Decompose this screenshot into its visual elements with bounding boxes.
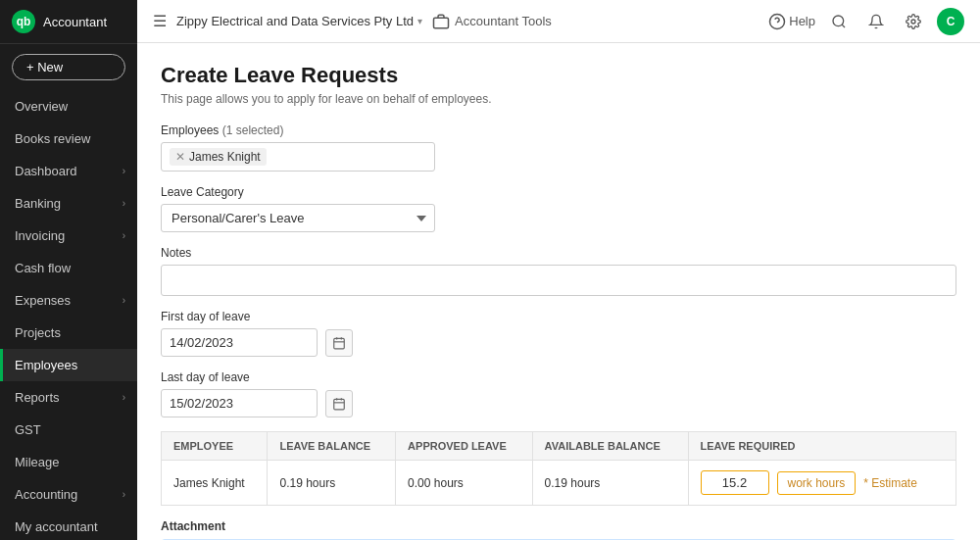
sidebar-item-projects[interactable]: Projects [0, 317, 137, 349]
help-button[interactable]: Help [768, 13, 815, 30]
sidebar-item-label: Employees [15, 358, 77, 372]
col-available-balance: AVAILABLE BALANCE [532, 432, 688, 461]
tag-remove-icon[interactable]: ✕ [175, 150, 185, 164]
sidebar-item-label: Expenses [15, 293, 71, 308]
chevron-right-icon: › [122, 198, 125, 209]
work-hours-button[interactable]: work hours [777, 471, 857, 495]
sidebar-item-label: Books review [15, 131, 90, 146]
employees-field-group: Employees (1 selected) ✕ James Knight [161, 123, 956, 172]
sidebar-item-accounting[interactable]: Accounting › [0, 478, 137, 511]
sidebar-item-my-accountant[interactable]: My accountant [0, 511, 137, 540]
main-area: ☰ Zippy Electrical and Data Services Pty… [137, 0, 980, 540]
cell-employee: James Knight [162, 461, 268, 506]
sidebar-item-label: Invoicing [15, 228, 65, 243]
table-row: James Knight 0.19 hours 0.00 hours 0.19 … [162, 461, 956, 506]
col-approved-leave: APPROVED LEAVE [396, 432, 532, 461]
last-day-label: Last day of leave [161, 370, 956, 384]
sidebar-item-label: Reports [15, 390, 60, 405]
leave-category-field-group: Leave Category Personal/Carer's Leave An… [161, 185, 956, 232]
sidebar-item-label: My accountant [15, 519, 98, 534]
help-circle-icon [768, 13, 786, 30]
chevron-down-icon: ▾ [417, 16, 422, 26]
new-button[interactable]: + New [12, 54, 125, 80]
last-day-field-wrap [161, 389, 956, 417]
hamburger-icon[interactable]: ☰ [153, 12, 167, 30]
sidebar-item-books-review[interactable]: Books review [0, 123, 137, 155]
sidebar-item-label: Cash flow [15, 261, 71, 275]
org-selector[interactable]: Zippy Electrical and Data Services Pty L… [176, 14, 422, 28]
employees-label: Employees (1 selected) [161, 123, 956, 137]
sidebar-item-cash-flow[interactable]: Cash flow [0, 252, 137, 284]
svg-rect-6 [334, 338, 345, 349]
sidebar-item-label: Dashboard [15, 164, 77, 178]
sidebar-item-gst[interactable]: GST [0, 414, 137, 446]
org-name: Zippy Electrical and Data Services Pty L… [176, 14, 414, 28]
svg-rect-0 [434, 18, 449, 28]
sidebar-header: qb Accountant [0, 0, 137, 44]
first-day-label: First day of leave [161, 310, 956, 323]
page-subtitle: This page allows you to apply for leave … [161, 92, 956, 106]
notes-field-group: Notes [161, 246, 956, 296]
cell-leave-required: work hours * Estimate [688, 461, 956, 506]
search-icon [831, 14, 847, 29]
last-day-field-group: Last day of leave [161, 370, 956, 417]
sidebar-item-dashboard[interactable]: Dashboard › [0, 155, 137, 187]
sidebar-item-reports[interactable]: Reports › [0, 381, 137, 414]
sidebar-nav: Overview Books review Dashboard › Bankin… [0, 90, 137, 540]
svg-rect-10 [334, 399, 345, 410]
sidebar-item-invoicing[interactable]: Invoicing › [0, 220, 137, 252]
employees-count: (1 selected) [222, 123, 284, 137]
sidebar-item-banking[interactable]: Banking › [0, 187, 137, 220]
sidebar-item-label: GST [15, 422, 41, 437]
gear-icon [906, 14, 921, 29]
leave-hours-input[interactable] [701, 470, 769, 495]
leave-category-select[interactable]: Personal/Carer's Leave Annual Leave Sick… [161, 204, 435, 232]
leave-category-label: Leave Category [161, 185, 956, 199]
first-day-field-wrap [161, 328, 956, 357]
page-title: Create Leave Requests [161, 63, 956, 88]
chevron-right-icon: › [122, 166, 125, 176]
estimate-link[interactable]: * Estimate [863, 476, 917, 490]
cell-available-balance: 0.19 hours [532, 461, 688, 506]
last-day-input[interactable] [161, 389, 318, 417]
svg-line-4 [842, 25, 845, 27]
chevron-right-icon: › [122, 295, 125, 306]
chevron-right-icon: › [122, 489, 125, 500]
sidebar-item-expenses[interactable]: Expenses › [0, 284, 137, 317]
avatar[interactable]: C [937, 8, 964, 35]
sidebar-app-name: Accountant [43, 15, 107, 29]
last-day-calendar-icon[interactable] [325, 390, 353, 417]
leave-required-cell: work hours * Estimate [701, 470, 945, 495]
settings-button[interactable] [900, 8, 927, 35]
topbar: ☰ Zippy Electrical and Data Services Pty… [137, 0, 980, 43]
sidebar-item-mileage[interactable]: Mileage [0, 446, 137, 478]
accountant-tools-button[interactable]: Accountant Tools [432, 13, 552, 30]
sidebar-item-overview[interactable]: Overview [0, 90, 137, 123]
sidebar-item-employees[interactable]: Employees [0, 349, 137, 381]
sidebar: qb Accountant + New Overview Books revie… [0, 0, 137, 540]
briefcase-icon [432, 13, 450, 30]
page-content: Create Leave Requests This page allows y… [137, 43, 980, 540]
svg-point-3 [833, 16, 844, 26]
help-label: Help [789, 14, 815, 28]
notes-input[interactable] [161, 265, 956, 296]
first-day-calendar-icon[interactable] [325, 329, 353, 357]
employee-tag-label: James Knight [189, 150, 261, 164]
chevron-right-icon: › [122, 392, 125, 403]
first-day-input[interactable] [161, 328, 318, 357]
accountant-tools-label: Accountant Tools [455, 14, 552, 28]
leave-table: EMPLOYEE LEAVE BALANCE APPROVED LEAVE AV… [161, 431, 956, 506]
employees-input[interactable]: ✕ James Knight [161, 142, 435, 172]
cell-leave-balance: 0.19 hours [268, 461, 396, 506]
sidebar-item-label: Mileage [15, 455, 60, 469]
chevron-right-icon: › [122, 230, 125, 241]
employee-tag: ✕ James Knight [170, 148, 267, 166]
bell-icon [868, 14, 884, 29]
notes-label: Notes [161, 246, 956, 260]
sidebar-item-label: Banking [15, 196, 61, 211]
sidebar-item-label: Accounting [15, 487, 77, 502]
cell-approved-leave: 0.00 hours [396, 461, 532, 506]
col-leave-required: LEAVE REQUIRED [688, 432, 956, 461]
search-button[interactable] [825, 8, 853, 35]
notifications-button[interactable] [862, 8, 890, 35]
